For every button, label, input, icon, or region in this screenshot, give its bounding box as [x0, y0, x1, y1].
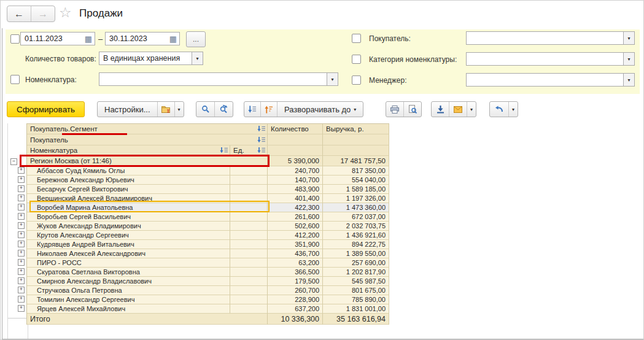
chevron-down-icon[interactable]: ▾ [623, 32, 634, 44]
buyer-name-cell[interactable]: Воробей Марина Анатольевна [27, 203, 230, 212]
chevron-down-icon[interactable]: ▾ [174, 102, 184, 117]
table-row[interactable]: Смирнов Александр Владиславович 179,500 … [27, 277, 389, 286]
expand-plus-icon[interactable]: + [18, 259, 25, 266]
expand-plus-icon[interactable]: + [18, 231, 25, 238]
nomenclature-checkbox[interactable] [10, 75, 20, 84]
collapse-minus-icon[interactable]: − [10, 158, 17, 165]
manager-combobox[interactable]: ▾ [466, 73, 635, 87]
column-header-unit[interactable]: Ед. [230, 145, 268, 156]
chevron-down-icon[interactable]: ▾ [327, 73, 338, 85]
table-row[interactable]: Кудрявцев Андрей Витальевич 351,900 894 … [27, 240, 389, 249]
calendar-icon[interactable]: ▦ [167, 33, 179, 45]
nomenclature-combobox[interactable]: ▾ [99, 72, 338, 86]
expand-groups-icon[interactable] [260, 102, 277, 117]
buyer-combobox[interactable]: ▾ [466, 31, 635, 45]
generate-button[interactable]: Сформировать [7, 101, 85, 117]
period-more-button[interactable]: ... [186, 31, 206, 47]
buyer-name-cell[interactable]: Бережнов Александр Юрьевич [27, 176, 230, 185]
table-row[interactable]: Скуратова Светлана Викторовна 366,500 1 … [27, 268, 389, 277]
table-row[interactable]: Николаев Алексей Александрович 436,700 1… [27, 249, 389, 258]
table-row[interactable]: Вершинский Алексей Владимирович 401,400 … [27, 194, 389, 203]
column-header-nomenclature[interactable]: Номенклатура [27, 145, 230, 156]
expand-plus-icon[interactable]: + [18, 176, 25, 183]
sort-icon[interactable] [220, 147, 228, 153]
expand-plus-icon[interactable]: + [18, 222, 25, 229]
buyer-name-cell[interactable]: Бесарчук Сергей Викторович [27, 185, 230, 194]
expand-plus-icon[interactable]: + [18, 241, 25, 247]
expand-plus-icon[interactable]: + [18, 277, 25, 284]
calendar-icon[interactable]: ▦ [82, 33, 95, 45]
collapse-groups-icon[interactable] [244, 102, 260, 117]
manager-checkbox[interactable] [352, 75, 361, 85]
search-next-icon[interactable] [214, 102, 233, 117]
column-header-segment[interactable]: Покупатель.Сегмент [27, 124, 268, 134]
category-checkbox[interactable] [352, 55, 361, 64]
column-header-revenue[interactable]: Выручка, р. [323, 124, 389, 134]
table-row[interactable]: Бесарчук Сергей Викторович 483,900 1 589… [27, 185, 389, 194]
chevron-down-icon[interactable]: ▾ [623, 74, 634, 86]
category-combobox[interactable]: ▾ [466, 52, 635, 66]
buyer-name-cell[interactable]: Вершинский Алексей Владимирович [27, 194, 230, 203]
table-row[interactable]: ПИРО - РОСС 63,200 257 690,00 [27, 258, 389, 268]
expand-plus-icon[interactable]: + [18, 167, 25, 174]
buyer-name-cell[interactable]: Томилин Александр Сергеевич [27, 295, 230, 304]
chevron-down-icon[interactable]: ▾ [623, 53, 634, 65]
table-row[interactable]: Аббасов Суад Кямиль Оглы 240,700 817 350… [27, 166, 389, 176]
report-variants-icon[interactable] [157, 102, 174, 117]
buyer-name-cell[interactable]: Стручкова Ольга Петровна [27, 286, 230, 295]
expand-plus-icon[interactable]: + [18, 213, 25, 220]
group-row-region[interactable]: Регион Москва (от 11:46) 5 390,000 17 48… [27, 156, 389, 166]
print-preview-icon[interactable] [403, 102, 421, 117]
chevron-down-icon[interactable]: ▾ [508, 102, 518, 117]
buyer-name-cell[interactable]: ПИРО - РОСС [27, 258, 230, 268]
buyer-name-cell[interactable]: Воробьев Сергей Васильевич [27, 212, 230, 222]
table-row[interactable]: Крутов Александр Сергеевич 412,200 1 436… [27, 231, 389, 240]
expand-plus-icon[interactable]: + [18, 250, 25, 257]
sort-icon[interactable] [257, 137, 265, 143]
table-row[interactable]: Ярцев Алексей Михайлович 637,200 1 831 0… [27, 304, 389, 314]
buyer-name-cell[interactable]: Жуков Александр Владимирович [27, 222, 230, 231]
expand-plus-icon[interactable]: + [18, 195, 25, 201]
table-row[interactable]: Стручкова Ольга Петровна 260,700 801 675… [27, 286, 389, 295]
favorite-star-icon[interactable]: ☆ [59, 4, 72, 21]
period-checkbox[interactable] [10, 34, 20, 44]
quantity-mode-combobox[interactable]: В единицах хранения ▾ [99, 52, 203, 65]
buyer-checkbox[interactable] [352, 34, 361, 43]
table-row[interactable]: Томилин Александр Сергеевич 228,900 785 … [27, 295, 389, 304]
date-from-field[interactable]: ▦ [20, 32, 95, 45]
sort-icon[interactable] [257, 126, 265, 132]
group-name[interactable]: Регион Москва (от 11:46) [27, 156, 268, 166]
expand-plus-icon[interactable]: + [18, 296, 25, 303]
buyer-name-cell[interactable]: Николаев Алексей Александрович [27, 249, 230, 258]
expand-plus-icon[interactable]: + [18, 268, 25, 275]
chevron-down-icon[interactable]: ▾ [467, 102, 476, 117]
sort-icon[interactable] [257, 147, 265, 153]
column-header-quantity[interactable]: Количество [268, 124, 323, 134]
back-button[interactable]: ← [7, 6, 31, 21]
undo-icon[interactable] [490, 102, 508, 117]
expand-plus-icon[interactable]: + [18, 287, 25, 293]
print-icon[interactable] [386, 102, 403, 117]
date-to-field[interactable]: ▦ [105, 32, 180, 45]
buyer-name-cell[interactable]: Аббасов Суад Кямиль Оглы [27, 166, 230, 176]
table-row[interactable]: Воробей Марина Анатольевна 422,300 1 473… [27, 203, 389, 212]
save-file-icon[interactable] [432, 102, 449, 117]
date-from-input[interactable] [21, 34, 82, 43]
forward-button[interactable]: → [31, 6, 55, 21]
table-row[interactable]: Воробьев Сергей Васильевич 261,600 672 0… [27, 212, 389, 222]
expand-to-button[interactable]: Разворачивать до ▾ [277, 102, 363, 117]
buyer-name-cell[interactable]: Крутов Александр Сергеевич [27, 231, 230, 240]
search-icon[interactable] [196, 102, 214, 117]
column-header-buyer[interactable]: Покупатель [27, 134, 268, 145]
date-to-input[interactable] [106, 34, 167, 43]
expand-plus-icon[interactable]: + [18, 204, 25, 211]
settings-button[interactable]: Настройки... [98, 102, 157, 117]
buyer-name-cell[interactable]: Скуратова Светлана Викторовна [27, 268, 230, 277]
buyer-name-cell[interactable]: Ярцев Алексей Михайлович [27, 304, 230, 314]
table-row[interactable]: Жуков Александр Владимирович 502,600 2 0… [27, 222, 389, 231]
buyer-name-cell[interactable]: Смирнов Александр Владиславович [27, 277, 230, 286]
expand-plus-icon[interactable]: + [18, 185, 25, 192]
chevron-down-icon[interactable]: ▾ [192, 52, 203, 64]
send-email-icon[interactable] [449, 102, 467, 117]
expand-plus-icon[interactable]: + [18, 305, 25, 312]
